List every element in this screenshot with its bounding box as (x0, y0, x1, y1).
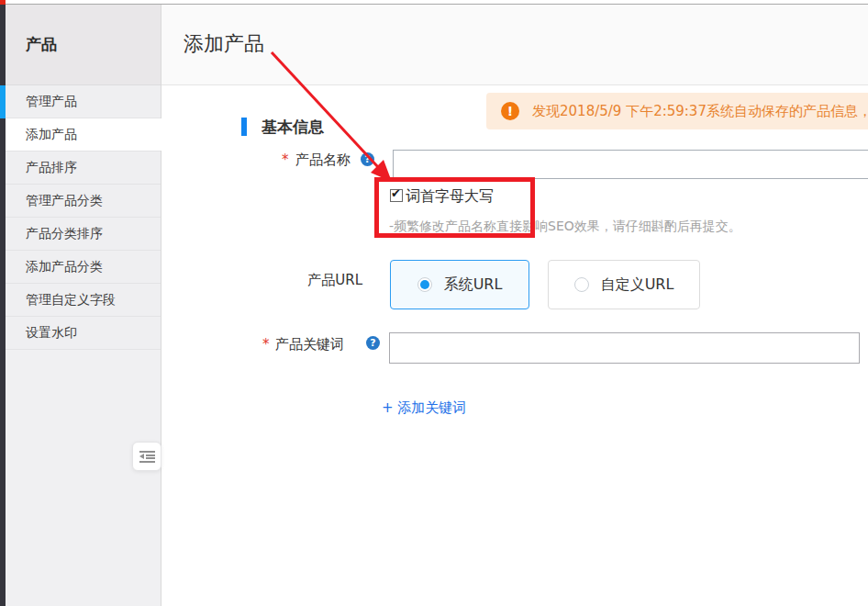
annotation-arrowhead (371, 160, 392, 182)
product-name-input[interactable] (393, 150, 868, 179)
product-name-label: 产品名称 (295, 151, 351, 169)
sidebar-item-category-sort[interactable]: 产品分类排序 (6, 218, 161, 251)
radio-selected-icon (417, 277, 432, 292)
page: 产品 管理产品 添加产品 产品排序 管理产品分类 产品分类排序 添加产品分类 管… (0, 0, 868, 606)
custom-url-option[interactable]: 自定义URL (548, 260, 700, 309)
section-accent-bar (241, 118, 247, 136)
sidebar: 产品 管理产品 添加产品 产品排序 管理产品分类 产品分类排序 添加产品分类 管… (6, 5, 161, 606)
product-url-label: 产品URL (275, 271, 362, 289)
required-mark: * (262, 335, 270, 354)
keywords-label: 产品关键词 (275, 335, 344, 354)
checkmark-icon: ✔ (391, 187, 401, 200)
collapse-menu-icon (139, 451, 155, 463)
sidebar-menu: 管理产品 添加产品 产品排序 管理产品分类 产品分类排序 添加产品分类 管理自定… (6, 85, 161, 350)
sidebar-item-manage-categories[interactable]: 管理产品分类 (6, 185, 161, 218)
sidebar-item-product-sort[interactable]: 产品排序 (6, 152, 161, 185)
system-url-option[interactable]: 系统URL (390, 260, 529, 309)
section-title: 基本信息 (262, 118, 324, 136)
page-header: 添加产品 (161, 5, 868, 85)
add-keyword-link[interactable]: + 添加关键词 (382, 398, 466, 417)
capitalize-checkbox-label[interactable]: 词首字母大写 (406, 186, 494, 206)
sidebar-title: 产品 (26, 5, 161, 84)
page-title: 添加产品 (184, 5, 868, 84)
capitalize-checkbox[interactable]: ✔ (390, 189, 403, 202)
product-name-hint: -频繁修改产品名称直接影响SEO效果，请仔细斟酌后再提交。 (389, 218, 741, 234)
sidebar-item-add-category[interactable]: 添加产品分类 (6, 251, 161, 284)
sidebar-divider (161, 5, 161, 606)
sidebar-item-manage-products[interactable]: 管理产品 (6, 85, 161, 118)
product-name-help-icon[interactable]: ? (361, 152, 374, 166)
keywords-help-icon[interactable]: ? (366, 336, 380, 350)
sidebar-item-custom-fields[interactable]: 管理自定义字段 (6, 284, 161, 317)
warning-icon: ! (501, 102, 519, 120)
sidebar-item-watermark[interactable]: 设置水印 (6, 317, 161, 350)
required-mark: * (282, 151, 289, 169)
radio-unselected-icon (574, 277, 589, 292)
sidebar-header: 产品 (6, 5, 161, 85)
autosave-alert: ! 发现2018/5/9 下午2:59:37系统自动保存的产品信息，是 (486, 93, 868, 129)
sidebar-item-add-product[interactable]: 添加产品 (6, 118, 161, 152)
alert-text: 发现2018/5/9 下午2:59:37系统自动保存的产品信息，是 (532, 93, 868, 129)
keywords-input[interactable] (389, 332, 860, 364)
collapse-sidebar-button[interactable] (132, 442, 161, 471)
